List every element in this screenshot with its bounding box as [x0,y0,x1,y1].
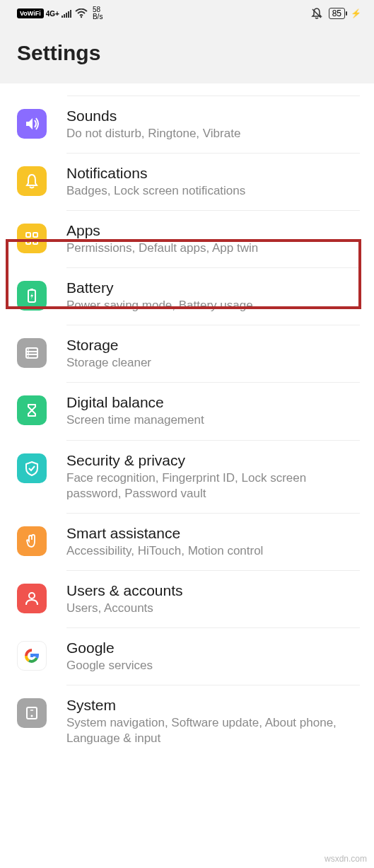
item-subtitle: Do not disturb, Ringtone, Vibrate [66,126,360,141]
svg-rect-10 [33,240,37,244]
svg-rect-1 [64,14,65,18]
settings-item-apps[interactable]: AppsPermissions, Default apps, App twin [0,211,374,268]
item-subtitle: Power saving mode, Battery usage [66,298,360,313]
svg-rect-8 [33,233,37,237]
svg-point-18 [28,356,29,357]
item-subtitle: Users, Accounts [66,601,360,616]
settings-item-security[interactable]: Security & privacyFace recognition, Fing… [0,441,374,514]
apps-icon [17,224,47,253]
hand-icon [17,526,47,556]
item-subtitle: Face recognition, Fingerprint ID, Lock s… [66,470,360,502]
item-title: System [66,697,360,714]
settings-item-digital-balance[interactable]: Digital balanceScreen time management [0,383,374,440]
item-subtitle: Storage cleaner [66,355,360,371]
svg-point-5 [81,16,82,18]
battery-indicator: 85 [329,8,345,19]
shield-icon [17,453,47,483]
svg-rect-2 [66,13,67,18]
hourglass-icon [17,395,47,425]
item-title: Battery [66,279,360,296]
battery-icon [17,281,47,311]
item-subtitle: System navigation, Software update, Abou… [66,715,360,746]
settings-item-sounds[interactable]: SoundsDo not disturb, Ringtone, Vibrate [0,96,374,154]
partial-row [67,83,360,96]
item-title: Storage [66,337,360,354]
item-title: Smart assistance [66,525,360,542]
charging-icon: ⚡ [351,8,361,18]
settings-list[interactable]: SoundsDo not disturb, Ringtone, Vibrate … [0,83,374,758]
svg-point-21 [31,715,33,717]
battery-level: 85 [332,8,341,18]
svg-point-17 [28,352,29,354]
item-title: Notifications [66,165,360,182]
storage-icon [17,338,47,368]
network-speed: 58 B/s [93,6,103,21]
settings-header: Settings [0,25,374,83]
status-bar: VoWiFi 4G+ 58 B/s 85 ⚡ [0,0,374,25]
svg-rect-0 [62,16,63,18]
page-title: Settings [17,41,357,65]
settings-item-users-accounts[interactable]: Users & accountsUsers, Accounts [0,571,374,628]
vowifi-badge: VoWiFi [17,8,44,18]
item-subtitle: Google services [66,658,360,673]
settings-item-google[interactable]: GoogleGoogle services [0,628,374,685]
settings-item-notifications[interactable]: NotificationsBadges, Lock screen notific… [0,154,374,211]
settings-item-battery[interactable]: BatteryPower saving mode, Battery usage [0,268,374,325]
dnd-icon [310,7,323,20]
item-subtitle: Accessibility, HiTouch, Motion control [66,543,360,559]
settings-item-storage[interactable]: StorageStorage cleaner [0,325,374,383]
google-icon [17,641,47,671]
item-subtitle: Permissions, Default apps, App twin [66,241,360,256]
item-title: Security & privacy [66,452,360,469]
item-title: Apps [66,222,360,239]
item-title: Google [66,640,360,656]
item-subtitle: Badges, Lock screen notifications [66,183,360,199]
bell-icon [17,166,47,196]
item-title: Digital balance [66,394,360,411]
watermark: wsxdn.com [325,854,367,864]
status-right: 85 ⚡ [310,7,361,20]
svg-rect-20 [27,707,37,719]
settings-item-system[interactable]: SystemSystem navigation, Software update… [0,685,374,758]
svg-rect-9 [26,240,30,244]
svg-rect-3 [68,11,69,18]
svg-rect-7 [26,233,30,237]
status-left: VoWiFi 4G+ 58 B/s [17,6,103,21]
settings-item-smart-assistance[interactable]: Smart assistanceAccessibility, HiTouch, … [0,514,374,571]
svg-point-19 [29,593,35,598]
system-icon [17,698,47,728]
speed-unit: B/s [93,13,103,21]
item-subtitle: Screen time management [66,412,360,428]
user-icon [17,584,47,613]
svg-rect-4 [70,10,71,18]
sound-icon [17,109,47,139]
signal-icon [62,9,73,18]
svg-point-16 [28,349,29,351]
item-title: Users & accounts [66,582,360,599]
item-title: Sounds [66,108,360,125]
wifi-icon [75,8,88,18]
svg-rect-12 [30,289,33,290]
network-type: 4G+ [46,10,59,18]
